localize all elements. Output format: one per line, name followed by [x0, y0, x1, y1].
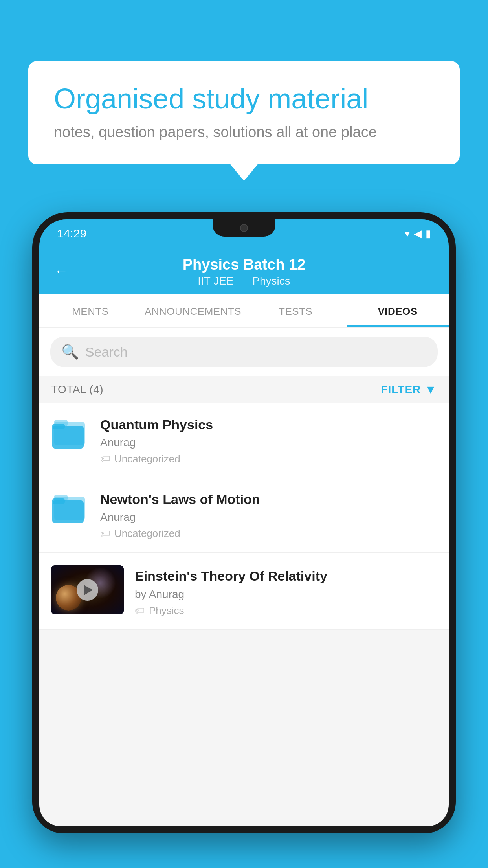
video-author: Anurag — [100, 511, 437, 524]
tab-videos[interactable]: VIDEOS — [347, 294, 449, 327]
tag-label: Physics — [149, 605, 184, 617]
folder-svg — [52, 418, 88, 451]
video-title: Einstein's Theory Of Relativity — [135, 567, 437, 585]
video-title: Newton's Laws of Motion — [100, 491, 437, 508]
search-placeholder: Search — [85, 344, 128, 360]
folder-stack-icon — [52, 418, 88, 451]
phone-outer: 14:29 ▾ ◀ ▮ ← Physics Batch 12 IIT JEE P… — [32, 212, 456, 833]
tag-label: Uncategorized — [114, 453, 180, 465]
filter-icon: ▼ — [425, 383, 437, 396]
camera-dot — [240, 224, 248, 232]
header-subtitle: IIT JEE Physics — [194, 275, 294, 287]
tab-ments[interactable]: MENTS — [39, 294, 141, 327]
signal-icon: ◀ — [414, 228, 422, 240]
search-icon: 🔍 — [61, 344, 79, 360]
video-info: Quantum Physics Anurag 🏷 Uncategorized — [100, 416, 437, 465]
total-count: TOTAL (4) — [51, 383, 103, 396]
list-item[interactable]: Quantum Physics Anurag 🏷 Uncategorized — [39, 403, 449, 478]
status-time: 14:29 — [57, 227, 86, 240]
folder-icon-wrap — [51, 491, 88, 528]
status-icons: ▾ ◀ ▮ — [405, 228, 431, 240]
video-tag: 🏷 Uncategorized — [100, 453, 437, 465]
tag-icon: 🏷 — [100, 528, 110, 540]
status-bar: 14:29 ▾ ◀ ▮ — [39, 219, 449, 248]
play-button[interactable] — [77, 579, 98, 601]
tab-tests[interactable]: TESTS — [244, 294, 347, 327]
video-list: Quantum Physics Anurag 🏷 Uncategorized — [39, 403, 449, 630]
video-info: Newton's Laws of Motion Anurag 🏷 Uncateg… — [100, 491, 437, 540]
folder-svg — [52, 493, 88, 526]
back-button[interactable]: ← — [54, 263, 68, 280]
header-title: Physics Batch 12 — [183, 256, 306, 273]
subtitle-physics: Physics — [252, 275, 290, 287]
search-container: 🔍 Search — [39, 328, 449, 376]
svg-rect-7 — [52, 498, 65, 504]
folder-stack-icon — [52, 493, 88, 526]
speech-bubble: Organised study material notes, question… — [28, 61, 460, 164]
tag-icon: 🏷 — [100, 453, 110, 465]
search-box[interactable]: 🔍 Search — [50, 337, 438, 367]
video-author: by Anurag — [135, 588, 437, 601]
video-author: Anurag — [100, 436, 437, 449]
video-tag: 🏷 Physics — [135, 605, 437, 617]
tag-icon: 🏷 — [135, 605, 145, 617]
wifi-icon: ▾ — [405, 228, 410, 240]
list-item[interactable]: Newton's Laws of Motion Anurag 🏷 Uncateg… — [39, 478, 449, 553]
filter-button[interactable]: FILTER ▼ — [381, 383, 437, 396]
video-tag: 🏷 Uncategorized — [100, 528, 437, 540]
battery-icon: ▮ — [426, 228, 431, 240]
phone-screen: ← Physics Batch 12 IIT JEE Physics MENTS… — [39, 248, 449, 826]
video-title: Quantum Physics — [100, 416, 437, 433]
notch — [213, 219, 275, 237]
tabs-bar: MENTS ANNOUNCEMENTS TESTS VIDEOS — [39, 294, 449, 328]
svg-rect-3 — [52, 424, 65, 429]
video-info: Einstein's Theory Of Relativity by Anura… — [135, 565, 437, 616]
bubble-subtitle: notes, question papers, solutions all at… — [54, 124, 434, 141]
list-item[interactable]: Einstein's Theory Of Relativity by Anura… — [39, 553, 449, 629]
tag-label: Uncategorized — [114, 528, 180, 540]
tab-announcements[interactable]: ANNOUNCEMENTS — [141, 294, 244, 327]
phone-frame: 14:29 ▾ ◀ ▮ ← Physics Batch 12 IIT JEE P… — [32, 212, 456, 868]
filter-bar: TOTAL (4) FILTER ▼ — [39, 376, 449, 403]
filter-label: FILTER — [381, 383, 421, 396]
subtitle-iitjee: IIT JEE — [198, 275, 233, 287]
bubble-title: Organised study material — [54, 83, 434, 115]
app-header: ← Physics Batch 12 IIT JEE Physics — [39, 248, 449, 294]
play-triangle-icon — [84, 585, 93, 595]
speech-bubble-section: Organised study material notes, question… — [28, 61, 460, 164]
video-thumbnail — [51, 565, 124, 614]
folder-icon-wrap — [51, 416, 88, 453]
